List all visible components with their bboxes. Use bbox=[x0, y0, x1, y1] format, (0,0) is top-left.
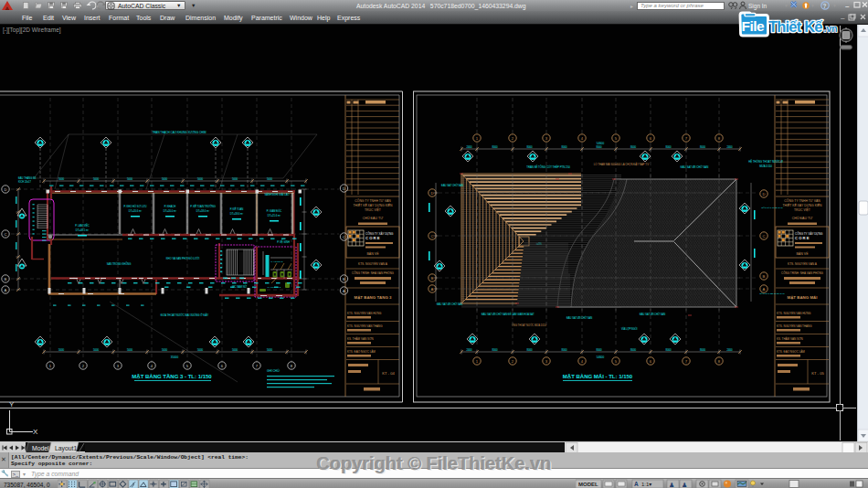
svg-text:5: 5 bbox=[615, 136, 618, 141]
svg-text:A: A bbox=[5, 288, 7, 292]
svg-text:C O R E: C O R E bbox=[795, 236, 810, 240]
svg-text:8000: 8000 bbox=[630, 348, 637, 352]
svg-text:DT=20.6 m²: DT=20.6 m² bbox=[129, 209, 142, 213]
svg-text:MẶT BẰNG TẦNG 3 - TL: 1/150: MẶT BẰNG TẦNG 3 - TL: 1/150 bbox=[132, 373, 212, 379]
svg-text:7: 7 bbox=[685, 136, 688, 141]
svg-text:KTS. NGUYỄN VĂN A: KTS. NGUYỄN VĂN A bbox=[788, 261, 818, 266]
svg-text:VỈA LỢP NGÓI: VỈA LỢP NGÓI bbox=[621, 326, 638, 331]
svg-text:GHI CHÚ:: GHI CHÚ: bbox=[267, 368, 280, 373]
svg-text:8000: 8000 bbox=[665, 348, 672, 352]
svg-text:♟: ♟ bbox=[669, 482, 674, 488]
svg-text:KTS. NGUYỄN VĂN HƯNG: KTS. NGUYỄN VĂN HƯNG bbox=[777, 311, 811, 315]
svg-text:Layout1: Layout1 bbox=[55, 445, 77, 452]
svg-text:BẢN VẼ: BẢN VẼ bbox=[796, 251, 809, 256]
svg-text:2400: 2400 bbox=[726, 348, 733, 352]
svg-text:54600: 54600 bbox=[597, 355, 605, 359]
svg-text:A: A bbox=[634, 481, 639, 487]
svg-text:A: A bbox=[763, 287, 766, 292]
svg-text:6: 6 bbox=[650, 136, 652, 141]
svg-text:MẶT BẰNG MÁI: MẶT BẰNG MÁI bbox=[788, 295, 818, 300]
svg-text:KT - 05: KT - 05 bbox=[811, 371, 824, 376]
svg-text:3: 3 bbox=[545, 359, 548, 364]
svg-text:TRẦN BÊ TÔNG CỐT THÉP PTN 250: TRẦN BÊ TÔNG CỐT THÉP PTN 250 bbox=[526, 164, 570, 169]
svg-text:P. GIÁM ĐỐC: P. GIÁM ĐỐC bbox=[267, 208, 282, 213]
svg-text:C O R E: C O R E bbox=[365, 236, 380, 240]
svg-text:35000: 35000 bbox=[171, 355, 179, 359]
svg-text:TRẦN THẠCH CAO KHUNG XƯƠNG CHÌ: TRẦN THẠCH CAO KHUNG XƯƠNG CHÌM bbox=[152, 131, 206, 134]
svg-text:HỆ THỐNG THOÁT NƯỚC Ø: HỆ THỐNG THOÁT NƯỚC Ø bbox=[748, 159, 783, 164]
svg-text:7: 7 bbox=[685, 359, 688, 364]
svg-text:5000: 5000 bbox=[93, 177, 100, 181]
svg-text:▾: ▾ bbox=[96, 4, 99, 9]
svg-text:KTS. ĐÀO NGỌC LÂM: KTS. ĐÀO NGỌC LÂM bbox=[347, 349, 376, 354]
svg-text:2400: 2400 bbox=[466, 348, 472, 352]
svg-text:TRÚC VIỆT: TRÚC VIỆT bbox=[365, 207, 381, 212]
svg-text:8000: 8000 bbox=[526, 348, 533, 352]
svg-text:2: 2 bbox=[512, 359, 514, 364]
svg-text:B: B bbox=[763, 274, 766, 279]
svg-text:▾: ▾ bbox=[811, 3, 814, 8]
svg-text:P. KẾ TOÁN TRƯỞNG: P. KẾ TOÁN TRƯỞNG bbox=[190, 204, 216, 208]
svg-text:5000: 5000 bbox=[232, 177, 238, 181]
svg-text:1: 1 bbox=[476, 359, 479, 364]
svg-text:D: D bbox=[4, 187, 6, 192]
svg-text:4: 4 bbox=[581, 136, 584, 141]
svg-text:3: 3 bbox=[117, 364, 120, 368]
svg-text:KTS. NGUYỄN VĂN THẮNG: KTS. NGUYỄN VĂN THẮNG bbox=[777, 324, 812, 328]
svg-text:?: ? bbox=[823, 3, 827, 9]
svg-text:2400: 2400 bbox=[726, 145, 733, 149]
svg-text:B: B bbox=[5, 277, 7, 281]
svg-text:DT=20.0 m²: DT=20.0 m² bbox=[164, 209, 176, 213]
svg-text:ĐẦU THANG B3: ĐẦU THANG B3 bbox=[18, 176, 37, 180]
svg-text:SÂN TRỐNG KHÔNG: SÂN TRỐNG KHÔNG bbox=[107, 261, 132, 266]
svg-text:A: A bbox=[431, 287, 434, 292]
svg-text:8000: 8000 bbox=[596, 145, 602, 149]
svg-text:CHỦ ĐẦU TƯ: CHỦ ĐẦU TƯ bbox=[363, 216, 384, 220]
svg-text:File: File bbox=[742, 18, 766, 34]
svg-text:4: 4 bbox=[581, 359, 584, 364]
svg-text:TRÚC VIỆT: TRÚC VIỆT bbox=[794, 207, 810, 212]
svg-text:8000: 8000 bbox=[700, 145, 706, 149]
svg-text:8000: 8000 bbox=[492, 348, 498, 352]
svg-text:♟: ♟ bbox=[682, 482, 687, 488]
svg-text:ĐẦU SẮT Ø8 CHỜ SẴN: ĐẦU SẮT Ø8 CHỜ SẴN bbox=[566, 315, 592, 320]
svg-text:B: B bbox=[343, 277, 345, 281]
svg-text:8000: 8000 bbox=[561, 145, 567, 149]
svg-text:P. KHO HỒ SƠ LƯU: P. KHO HỒ SƠ LƯU bbox=[124, 204, 147, 208]
svg-text:i=5%: i=5% bbox=[536, 242, 543, 246]
svg-text:Model: Model bbox=[32, 445, 49, 451]
svg-text:ĐƯA THOÁT NƯỚC MÁI XUỐNG Ở ĐÂY: ĐƯA THOÁT NƯỚC MÁI XUỐNG Ở ĐÂY bbox=[161, 313, 208, 317]
svg-text:5000: 5000 bbox=[267, 177, 273, 181]
svg-text:KHO VÀ SÂN PHƠI ĐỒ LƯỚI: KHO VÀ SÂN PHƠI ĐỒ LƯỚI bbox=[166, 256, 200, 260]
svg-text:D: D bbox=[430, 191, 433, 196]
svg-text:MODEL: MODEL bbox=[578, 482, 598, 487]
svg-text:8000: 8000 bbox=[665, 145, 672, 149]
svg-text:ĐẦU SẮT Ø8 CHỜ SẴN ĐỂ LÀM GIÀN: ĐẦU SẮT Ø8 CHỜ SẴN ĐỂ LÀM GIÀN HOA SẮT bbox=[482, 312, 535, 316]
svg-text:2: 2 bbox=[512, 136, 514, 141]
svg-text:A: A bbox=[343, 289, 345, 293]
svg-text:CÔNG TY TNHH TƯ VẤN: CÔNG TY TNHH TƯ VẤN bbox=[784, 198, 820, 203]
svg-text:D: D bbox=[343, 186, 345, 191]
svg-text:P. KẾ TOÁN: P. KẾ TOÁN bbox=[230, 207, 244, 211]
svg-text:1:1▾: 1:1▾ bbox=[641, 482, 651, 487]
svg-text:KTS. NGUYỄN VĂN THẮNG: KTS. NGUYỄN VĂN THẮNG bbox=[347, 324, 383, 328]
svg-text:1: 1 bbox=[476, 136, 479, 141]
svg-text:P. VS NỮ 2: P. VS NỮ 2 bbox=[271, 260, 283, 263]
svg-text:KTS. NGUYỄN VĂN A: KTS. NGUYỄN VĂN A bbox=[358, 261, 388, 266]
svg-text:CHỦ ĐẦU TƯ: CHỦ ĐẦU TƯ bbox=[792, 216, 813, 220]
svg-text:ĐẦU SẮT CHỜ SẴN: ĐẦU SẮT CHỜ SẴN bbox=[761, 207, 782, 209]
svg-text:MƯA D110: MƯA D110 bbox=[759, 164, 772, 168]
svg-text:5: 5 bbox=[615, 359, 618, 364]
svg-text:D: D bbox=[762, 192, 765, 196]
svg-text:5000: 5000 bbox=[93, 348, 100, 352]
svg-text:8000: 8000 bbox=[630, 145, 637, 149]
svg-text:6: 6 bbox=[650, 359, 652, 364]
svg-text:P. LÀM VIỆC: P. LÀM VIỆC bbox=[75, 223, 90, 228]
svg-text:KS. THẨM VĂN SƠN: KS. THẨM VĂN SƠN bbox=[777, 336, 803, 341]
svg-text:BẢN VẼ: BẢN VẼ bbox=[366, 251, 379, 256]
svg-text:THIẾT KẾ XÂY DỰNG KIẾN: THIẾT KẾ XÂY DỰNG KIẾN bbox=[353, 203, 393, 207]
svg-text:KS. THẨM VĂN SƠN: KS. THẨM VĂN SƠN bbox=[347, 336, 374, 341]
svg-text:MẶT BẰNG TẦNG 3: MẶT BẰNG TẦNG 3 bbox=[355, 295, 393, 300]
svg-text:KT - 04: KT - 04 bbox=[382, 371, 395, 376]
svg-text:LỖ THĂM MÁI 600x600 LA CHỌN ĐẬ: LỖ THĂM MÁI 600x600 LA CHỌN ĐẬY NẮP T.V bbox=[594, 162, 650, 166]
